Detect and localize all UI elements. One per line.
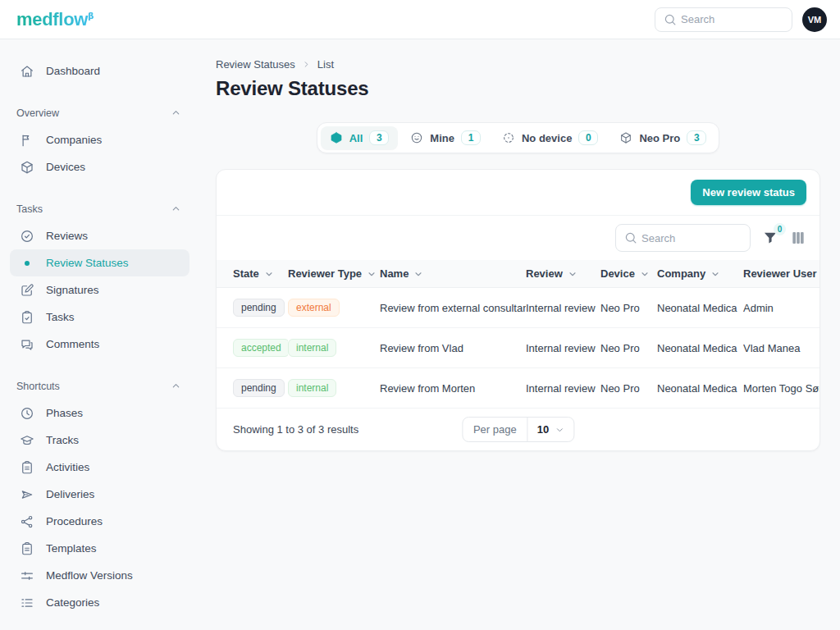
tab-no-device[interactable]: No device 0 [493, 126, 607, 149]
chevron-down-icon [413, 269, 423, 279]
cell-reviewer-user: Vlad Manea [743, 328, 819, 368]
sidebar-item-procedures[interactable]: Procedures [10, 508, 189, 535]
chevron-down-icon [367, 269, 377, 279]
breadcrumb-item[interactable]: Review Statuses [216, 58, 295, 71]
state-badge: pending [233, 379, 285, 397]
graduation-cap-icon [20, 433, 34, 448]
new-review-status-button[interactable]: New review status [691, 180, 806, 205]
chevron-right-icon [302, 60, 311, 69]
cell-company: Neonatal Medica [657, 288, 743, 328]
breadcrumb-item[interactable]: List [317, 58, 334, 71]
home-icon [20, 64, 34, 79]
active-dot-icon [20, 261, 34, 266]
filter-tabs: All 3 Mine 1 No device 0 Neo Pro 3 [317, 122, 720, 153]
search-icon [663, 12, 678, 27]
chevron-up-icon [171, 381, 181, 391]
reviewer-type-badge: internal [288, 339, 336, 357]
filter-count-badge: 0 [774, 223, 786, 235]
sidebar-item-activities[interactable]: Activities [10, 454, 189, 481]
beta-badge: β [88, 10, 93, 20]
cell-review: Internal review [526, 368, 600, 409]
sidebar-item-devices[interactable]: Devices [10, 153, 189, 180]
check-circle-icon [20, 229, 34, 244]
pen-square-icon [20, 283, 34, 298]
cell-device: Neo Pro [600, 288, 657, 328]
user-avatar[interactable]: VM [802, 7, 827, 32]
table-header-row: State Reviewer Type Name Review Device C… [217, 260, 819, 288]
columns-button[interactable] [790, 230, 806, 246]
sidebar-section-tasks[interactable]: Tasks [0, 195, 199, 222]
cell-name: Review from external consultant [380, 288, 526, 328]
scan-icon [502, 131, 515, 144]
per-page-control: Per page 10 [462, 417, 574, 442]
sidebar-item-templates[interactable]: Templates [10, 535, 189, 562]
sidebar-item-phases[interactable]: Phases [10, 399, 189, 427]
sidebar: Dashboard Overview Companies Devices Tas… [0, 39, 199, 630]
cell-device: Neo Pro [600, 368, 657, 409]
tab-count-badge: 1 [461, 130, 481, 145]
share-nodes-icon [20, 514, 34, 529]
sidebar-item-companies[interactable]: Companies [10, 126, 189, 153]
sidebar-item-signatures[interactable]: Signatures [10, 276, 189, 304]
send-icon [20, 487, 34, 502]
sidebar-item-deliveries[interactable]: Deliveries [10, 481, 189, 508]
column-header-review[interactable]: Review [526, 267, 578, 280]
cell-reviewer-user: Admin [743, 288, 819, 328]
tab-count-badge: 3 [687, 130, 706, 145]
chevron-down-icon [555, 425, 564, 435]
chevron-up-icon [171, 107, 181, 118]
column-header-state[interactable]: State [233, 267, 274, 280]
global-search [655, 7, 792, 32]
tab-all[interactable]: All 3 [321, 126, 399, 149]
table-row[interactable]: pending internal Review from Morten Inte… [217, 368, 819, 409]
sidebar-section-shortcuts[interactable]: Shortcuts [0, 372, 199, 399]
tab-neo-pro[interactable]: Neo Pro 3 [610, 126, 715, 149]
sidebar-item-tracks[interactable]: Tracks [10, 427, 189, 454]
results-summary: Showing 1 to 3 of 3 results [233, 423, 358, 436]
column-header-device[interactable]: Device [600, 267, 650, 280]
column-header-name[interactable]: Name [380, 267, 423, 280]
table-search [615, 224, 751, 252]
app-logo: medflowβ [16, 9, 94, 30]
cell-company: Neonatal Medica [657, 328, 743, 368]
table-row[interactable]: accepted internal Review from Vlad Inter… [217, 328, 819, 368]
cell-reviewer-user: Morten Togo Sørensen [743, 368, 819, 409]
main-content: Review Statuses List Review Statuses All… [199, 39, 840, 630]
column-header-reviewer-user[interactable]: Reviewer User [743, 267, 819, 280]
sidebar-section-overview[interactable]: Overview [0, 99, 199, 126]
smiley-icon [410, 131, 423, 144]
sidebar-item-categories[interactable]: Categories [10, 589, 189, 616]
flag-icon [20, 133, 34, 148]
sliders-icon [20, 568, 34, 583]
sidebar-item-comments[interactable]: Comments [10, 331, 189, 358]
table-row[interactable]: pending external Review from external co… [217, 288, 819, 328]
chevron-up-icon [171, 203, 181, 214]
cube-icon [619, 131, 632, 144]
page-title: Review Statuses [216, 77, 820, 100]
table-footer: Showing 1 to 3 of 3 results Per page 10 [217, 408, 819, 450]
cell-name: Review from Morten [380, 368, 526, 409]
reviewer-type-badge: external [288, 299, 340, 317]
column-header-reviewer-type[interactable]: Reviewer Type [288, 267, 377, 280]
per-page-select[interactable]: 10 [528, 418, 573, 441]
clipboard-list-icon [20, 460, 34, 475]
column-header-company[interactable]: Company [657, 267, 720, 280]
sidebar-item-review-statuses[interactable]: Review Statuses [10, 249, 189, 276]
filter-button[interactable]: 0 [762, 230, 778, 246]
sidebar-item-medflow-versions[interactable]: Medflow Versions [10, 562, 189, 589]
tab-mine[interactable]: Mine 1 [401, 126, 490, 149]
chat-bubbles-icon [20, 337, 34, 352]
breadcrumb: Review Statuses List [216, 58, 820, 71]
top-bar: medflowβ VM [0, 0, 840, 39]
sidebar-item-reviews[interactable]: Reviews [10, 222, 189, 249]
chevron-down-icon [640, 269, 650, 279]
cell-company: Neonatal Medica [657, 368, 743, 409]
clock-icon [20, 406, 34, 421]
search-icon [623, 231, 638, 245]
columns-icon [790, 230, 806, 246]
sidebar-item-dashboard[interactable]: Dashboard [10, 57, 189, 84]
sidebar-item-tasks[interactable]: Tasks [10, 304, 189, 331]
tab-count-badge: 0 [578, 130, 598, 145]
per-page-label: Per page [463, 418, 528, 441]
review-statuses-card: New review status 0 [216, 169, 820, 451]
